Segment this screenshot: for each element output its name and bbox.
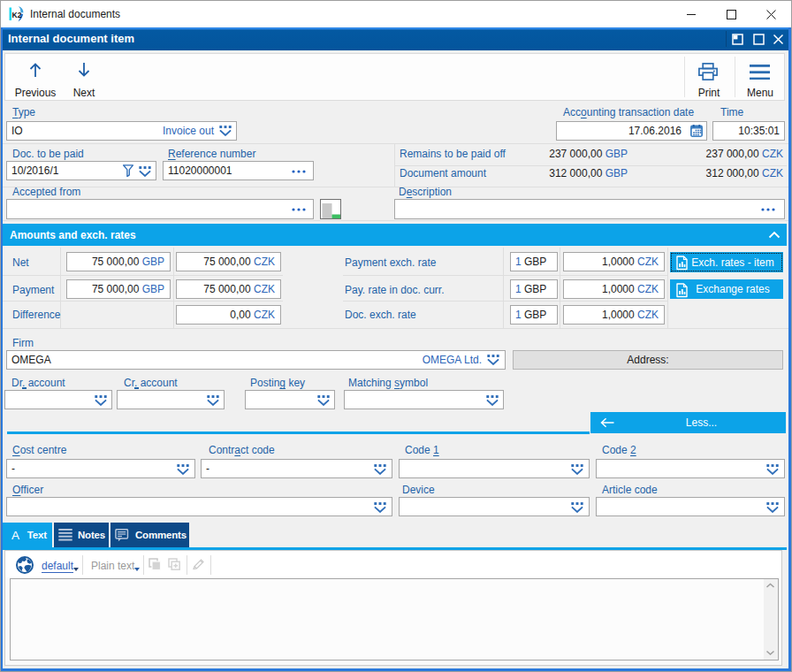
scroll-up-icon[interactable] [765,583,775,589]
lookup-icon[interactable] [766,464,779,475]
scroll-down-icon[interactable] [765,650,775,656]
language-dropdown-arrow[interactable] [73,568,79,571]
lookup-icon[interactable] [766,502,779,513]
tab-notes[interactable]: Notes [54,523,109,547]
rate1-val-field[interactable]: 1,0000 CZK [563,252,665,271]
menu-button[interactable]: Menu [739,55,781,99]
less-label: Less... [686,416,717,429]
copy-add-icon[interactable] [168,558,181,570]
form-close-button[interactable] [771,33,785,46]
net-gbp-field[interactable]: 75 000,00 GBP [66,252,171,271]
accepted-from-field[interactable] [6,199,314,219]
cr-account-field[interactable] [117,390,225,409]
lookup-icon[interactable] [486,395,499,406]
payment-gbp-value: 75 000,00 GBP [92,283,164,295]
payment-gbp-field[interactable]: 75 000,00 GBP [66,279,171,299]
print-button[interactable]: Print [689,55,729,99]
dock-icon [732,34,743,45]
calendar-icon[interactable] [690,125,703,137]
edit-pencil-icon[interactable] [192,557,205,570]
lookup-icon[interactable] [571,464,583,475]
lookup-icon[interactable] [139,166,151,177]
format-dropdown-arrow[interactable] [134,568,140,571]
ellipsis-icon[interactable] [292,208,306,211]
close-button[interactable] [756,1,786,27]
text-content-area[interactable] [10,578,779,661]
time-field[interactable]: 10:35:01 [712,121,785,141]
lookup-icon[interactable] [95,395,107,406]
cost-centre-field[interactable]: - [6,459,195,478]
firm-field[interactable]: OMEGA OMEGA Ltd. [6,350,506,370]
maximize-button[interactable] [716,1,746,27]
form-maximize-button[interactable] [751,33,765,46]
rate2-val-field[interactable]: 1,0000 CZK [563,279,665,299]
contract-code-field[interactable]: - [201,459,392,478]
divider [3,220,788,221]
minimize-button[interactable] [676,1,706,27]
globe-icon[interactable] [16,556,34,574]
device-field[interactable] [399,497,590,516]
code2-field[interactable] [596,459,785,478]
reference-field[interactable]: 11020000001 [163,161,314,180]
exchange-rates-button[interactable]: Exchange rates [670,279,783,299]
left-arrow-icon [599,417,615,428]
chevron-up-icon[interactable] [768,231,781,239]
type-code: IO [11,125,23,137]
posting-key-field[interactable] [245,390,335,409]
doc-amount-label: Document amount [400,167,486,179]
k2-logo-icon [9,5,24,22]
ellipsis-icon[interactable] [761,208,775,211]
lookup-icon[interactable] [487,355,499,365]
remains-label: Remains to be paid off [400,148,506,160]
acc-date-field[interactable]: 17.06.2016 [556,121,707,141]
close-icon [766,10,776,19]
description-field[interactable] [394,199,785,219]
doc-to-be-paid-field[interactable]: 10/2016/1 [6,161,156,180]
net-label: Net [12,256,29,269]
copy-icon[interactable] [148,558,162,570]
article-code-field[interactable] [596,497,785,516]
form-caption-title: Internal document item [8,32,134,45]
minimize-icon [687,10,696,19]
rate2-unit-field[interactable]: 1 GBP [510,279,558,299]
officer-field[interactable] [6,497,392,516]
ellipsis-icon[interactable] [292,170,306,173]
code1-field[interactable] [399,459,590,478]
previous-button[interactable]: Previous [12,55,58,99]
tab-text[interactable]: A Text [3,523,52,547]
less-button[interactable]: Less... [590,412,786,433]
net-gbp-value: 75 000,00 GBP [92,256,164,268]
divider [173,248,174,328]
amounts-section-header[interactable]: Amounts and exch. rates [3,224,787,246]
lookup-icon[interactable] [317,395,330,406]
lookup-icon[interactable] [219,126,232,136]
difference-czk-field[interactable]: 0,00 CZK [176,305,281,325]
rate1-unit-field[interactable]: 1 GBP [510,252,558,271]
next-button[interactable]: Next [64,55,104,99]
arrow-down-icon [76,62,92,78]
type-field[interactable]: IO Invoice out [6,121,237,141]
scrollbar[interactable] [764,579,778,660]
chart-button[interactable] [320,199,341,219]
editor-separator-2 [143,555,144,575]
lookup-icon[interactable] [374,464,386,475]
tab-comments[interactable]: Comments [110,523,189,547]
doc-to-be-paid-label: Doc. to be paid [12,148,84,160]
lookup-icon[interactable] [177,464,189,475]
app-window: Internal documents Internal document ite… [0,0,792,672]
rate3-val-field[interactable]: 1,0000 CZK [563,305,665,325]
language-selector[interactable]: default [42,560,73,572]
net-czk-field[interactable]: 75 000,00 CZK [176,252,281,271]
rate3-unit-field[interactable]: 1 GBP [510,305,558,325]
exch-rates-item-button[interactable]: Exch. rates - item [670,252,783,272]
matching-symbol-field[interactable] [344,390,504,409]
lookup-icon[interactable] [571,502,583,513]
dr-account-field[interactable] [4,390,112,409]
form-dock-button[interactable] [730,33,744,46]
address-panel[interactable]: Address: [513,350,783,370]
lookup-icon[interactable] [207,395,219,406]
lookup-icon[interactable] [374,502,386,513]
payment-czk-field[interactable]: 75 000,00 CZK [176,279,281,299]
filter-icon[interactable] [123,164,134,177]
format-selector[interactable]: Plain text [91,560,134,572]
